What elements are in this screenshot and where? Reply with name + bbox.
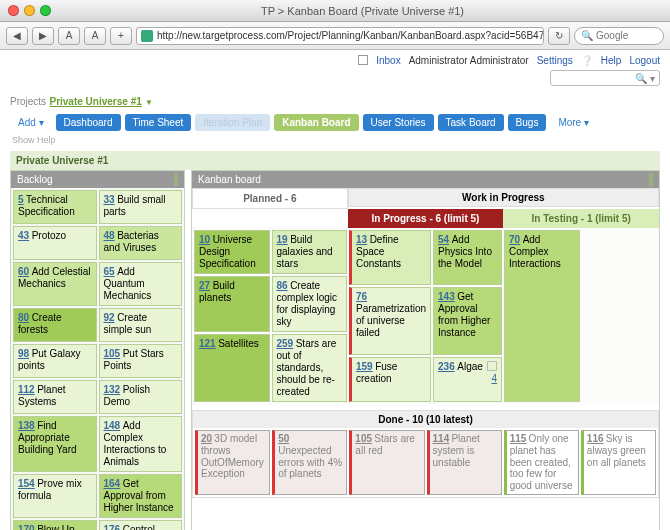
card[interactable]: 27 Build planets [194,276,270,332]
reload-button[interactable]: ↻ [548,27,570,45]
card[interactable]: 10 Universe Design Specification [194,230,270,274]
card-id[interactable]: 70 [509,234,520,245]
card-id[interactable]: 132 [104,384,121,395]
add-menu[interactable]: Add ▾ [10,114,52,131]
card-id[interactable]: 148 [104,420,121,431]
card-id[interactable]: 80 [18,312,29,323]
expand-icon[interactable] [176,173,178,186]
zoom-window-button[interactable] [40,5,51,16]
card[interactable]: 148 Add Complex Interactions to Animals [99,416,183,472]
card-id[interactable]: 60 [18,266,29,277]
tab-bugs[interactable]: Bugs [508,114,547,131]
card[interactable]: 54 Add Physics Into the Model [433,230,502,285]
card[interactable]: 76 Parametrization of universe failed [349,287,431,354]
card-badge[interactable]: 4 [491,373,497,385]
card-id[interactable]: 65 [104,266,115,277]
card[interactable]: 143 Get Approval from Higher Instance [433,287,502,354]
card[interactable]: 176 Control Environment [99,520,183,530]
card-id[interactable]: 105 [104,348,121,359]
breadcrumb-project[interactable]: Private Universe #1 [49,96,141,107]
card[interactable]: 132 Polish Demo [99,380,183,414]
card-id[interactable]: 43 [18,230,29,241]
done-card[interactable]: 114 Planet system is unstable [427,430,502,495]
card[interactable]: 259 Stars are out of standards, should b… [272,334,348,402]
tab-dashboard[interactable]: Dashboard [56,114,121,131]
inbox-checkbox[interactable] [358,55,368,65]
card-id[interactable]: 27 [199,280,210,291]
close-window-button[interactable] [8,5,19,16]
card[interactable]: 43 Protozo [13,226,97,260]
card[interactable]: 112 Planet Systems [13,380,97,414]
card-id[interactable]: 33 [104,194,115,205]
card-id[interactable]: 76 [356,291,367,302]
card[interactable]: 65 Add Quantum Mechanics [99,262,183,306]
card[interactable]: 138 Find Appropriate Building Yard [13,416,97,472]
browser-search[interactable]: 🔍 Google [574,27,664,45]
card[interactable]: 48 Bacterias and Viruses [99,226,183,260]
card[interactable]: 164 Get Approval from Higher Instance [99,474,183,518]
card[interactable]: 13 Define Space Constants [349,230,431,285]
card[interactable]: 92 Create simple sun [99,308,183,342]
card[interactable]: 80 Create forests [13,308,97,342]
card-id[interactable]: 112 [18,384,35,395]
card-id[interactable]: 86 [277,280,288,291]
done-card[interactable]: 115 Only one planet has been created, to… [504,430,579,495]
card-id[interactable]: 121 [199,338,216,349]
card[interactable]: 236 Algae4 [433,357,502,402]
chevron-down-icon[interactable]: ▼ [145,98,153,107]
card-id[interactable]: 159 [356,361,373,372]
card-id[interactable]: 10 [199,234,210,245]
card[interactable]: 105 Put Stars Points [99,344,183,378]
more-menu[interactable]: More ▾ [550,114,597,131]
font-smaller-button[interactable]: A [58,27,80,45]
card[interactable]: 170 Blow Up Big Bang Substance [13,520,97,530]
card[interactable]: 70 Add Complex Interactions [504,230,580,402]
card[interactable]: 60 Add Celestial Mechanics [13,262,97,306]
settings-link[interactable]: Settings [537,55,573,66]
card-id[interactable]: 236 [438,361,455,372]
show-help-link[interactable]: Show Help [0,135,670,151]
card[interactable]: 121 Satellites [194,334,270,402]
card-id[interactable]: 143 [438,291,455,302]
card-id[interactable]: 259 [277,338,294,349]
minimize-window-button[interactable] [24,5,35,16]
card-id: 115 [510,433,527,444]
card[interactable]: 33 Build small parts [99,190,183,224]
tab-taskboard[interactable]: Task Board [438,114,504,131]
forward-button[interactable]: ▶ [32,27,54,45]
logout-link[interactable]: Logout [629,55,660,66]
global-search[interactable]: 🔍 ▾ [550,70,660,86]
card-id[interactable]: 54 [438,234,449,245]
card-id[interactable]: 48 [104,230,115,241]
card[interactable]: 154 Prove mix formula [13,474,97,518]
card[interactable]: 86 Create complex logic for displaying s… [272,276,348,332]
help-link[interactable]: Help [601,55,622,66]
font-larger-button[interactable]: A [84,27,106,45]
card[interactable]: 98 Put Galaxy points [13,344,97,378]
tab-userstories[interactable]: User Stories [363,114,434,131]
done-card[interactable]: 116 Sky is always green on all planets [581,430,656,495]
card-id[interactable]: 164 [104,478,121,489]
card[interactable]: 19 Build galaxies and stars [272,230,348,274]
inbox-link[interactable]: Inbox [376,55,400,66]
card-id[interactable]: 92 [104,312,115,323]
expand-icon[interactable] [651,173,653,186]
card-id[interactable]: 170 [18,524,35,530]
tab-timesheet[interactable]: Time Sheet [125,114,192,131]
done-card[interactable]: 20 3D model throws OutOfMemory Exception [195,430,270,495]
card-id[interactable]: 13 [356,234,367,245]
card-id[interactable]: 138 [18,420,35,431]
back-button[interactable]: ◀ [6,27,28,45]
add-bookmark-button[interactable]: + [110,27,132,45]
url-bar[interactable]: http://new.targetprocess.com/Project/Pla… [136,27,544,45]
card-id[interactable]: 5 [18,194,24,205]
done-card[interactable]: 105 Stars are all red [349,430,424,495]
done-card[interactable]: 50 Unexpected errors with 4% of planets [272,430,347,495]
tab-kanban[interactable]: Kanban Board [274,114,358,131]
card-id[interactable]: 98 [18,348,29,359]
card-id[interactable]: 19 [277,234,288,245]
card-id[interactable]: 154 [18,478,35,489]
card[interactable]: 159 Fuse creation [349,357,431,402]
card-id[interactable]: 176 [104,524,121,530]
card[interactable]: 5 Technical Specification [13,190,97,224]
